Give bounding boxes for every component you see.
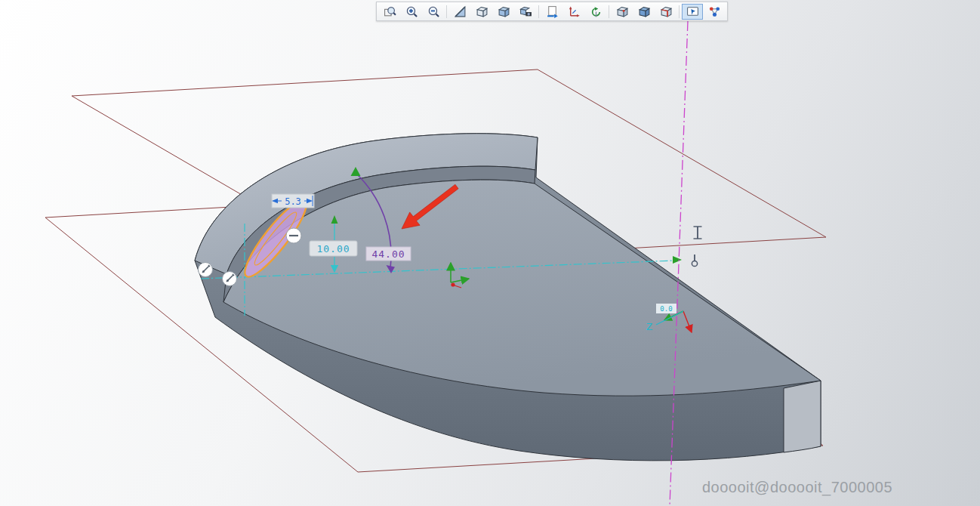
zoom-out-icon bbox=[427, 5, 440, 18]
i-beam-constraint-icon[interactable] bbox=[694, 227, 702, 239]
dim-angle-value[interactable]: 44.00 bbox=[371, 248, 405, 260]
zoom-in-button[interactable] bbox=[401, 4, 422, 20]
shaded-view-button[interactable] bbox=[493, 4, 514, 20]
wireframe-view-icon bbox=[476, 5, 488, 18]
axes-xy-button[interactable] bbox=[563, 4, 584, 20]
linked-views-icon bbox=[708, 5, 721, 18]
construction-end-arrow-icon bbox=[673, 256, 682, 264]
toolbar-separator bbox=[538, 5, 539, 18]
zoom-in-icon bbox=[405, 5, 418, 18]
rotate-view-button[interactable] bbox=[585, 4, 606, 20]
z-axis-label: Z bbox=[646, 322, 652, 332]
origin-point-icon bbox=[451, 282, 455, 286]
pin-constraint-icon[interactable] bbox=[692, 255, 697, 267]
zoom-window-button[interactable] bbox=[379, 4, 400, 20]
toolbar-separator bbox=[609, 5, 609, 18]
drag-handle-2[interactable] bbox=[223, 272, 237, 286]
pointer-view-button[interactable] bbox=[682, 4, 703, 20]
zoom-window-icon bbox=[384, 5, 396, 18]
sheet-arrow-icon bbox=[546, 5, 559, 18]
render-view-icon bbox=[519, 5, 532, 18]
wireframe-view-button[interactable] bbox=[471, 4, 492, 20]
dim-width-value[interactable]: 5.3 bbox=[285, 196, 301, 207]
cad-viewport: 5.3 10.00 44.00 bbox=[0, 0, 980, 506]
shaded-cube-view-button[interactable] bbox=[633, 4, 655, 20]
origin-value[interactable]: 0.0 bbox=[660, 305, 672, 313]
pointer-view-icon bbox=[686, 5, 699, 18]
dim-width[interactable]: 5.3 bbox=[272, 194, 314, 208]
3d-scene[interactable]: 5.3 10.00 44.00 bbox=[0, 0, 980, 506]
isometric-view-button[interactable] bbox=[612, 4, 633, 20]
zoom-out-button[interactable] bbox=[423, 4, 444, 20]
toolbar-separator bbox=[679, 5, 680, 18]
view-toolbar bbox=[376, 2, 728, 21]
shaded-view-icon bbox=[498, 5, 510, 18]
render-view-button[interactable] bbox=[515, 4, 536, 20]
sheet-arrow-button[interactable] bbox=[541, 4, 562, 20]
clip-section-icon bbox=[454, 5, 467, 18]
toolbar-separator bbox=[446, 5, 447, 18]
edge-measure-view-button[interactable] bbox=[655, 4, 676, 20]
part-end-face[interactable] bbox=[784, 381, 821, 452]
isometric-view-icon bbox=[616, 5, 629, 18]
part-body[interactable] bbox=[195, 134, 821, 461]
axes-xy-icon bbox=[568, 5, 581, 18]
edge-measure-view-icon bbox=[660, 5, 673, 18]
clip-section-button[interactable] bbox=[449, 4, 470, 20]
drag-handle-1[interactable] bbox=[199, 263, 213, 277]
linked-views-button[interactable] bbox=[704, 4, 725, 20]
shaded-cube-view-icon bbox=[638, 5, 651, 18]
rotate-view-icon bbox=[590, 5, 602, 18]
dim-height-value[interactable]: 10.00 bbox=[316, 243, 350, 255]
watermark: dooooit@dooooit_7000005 bbox=[702, 479, 892, 496]
